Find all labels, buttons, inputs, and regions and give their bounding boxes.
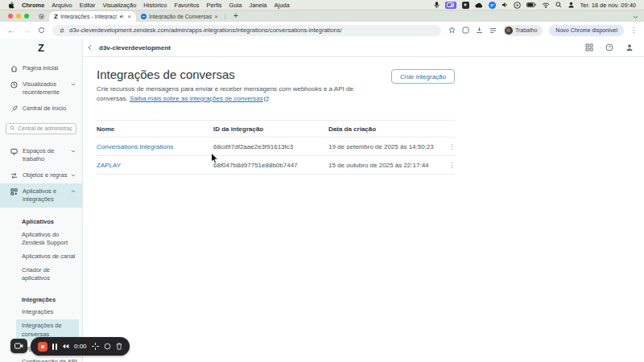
sidebar-item-label: Central de início [23,105,69,113]
chevron-down-icon[interactable] [71,150,76,153]
menu-item-arquivo[interactable]: Arquivo [52,2,72,9]
tab-integracao-conversas[interactable]: Integração de Conversas pa × [136,11,223,22]
integrations-table: Nome ID da integração Data da criação Co… [97,120,455,175]
create-integration-button[interactable]: Criar integração [391,69,455,84]
sidebar-item-espacos-de-trabalho[interactable]: Espaços de trabalho [0,143,82,167]
screenshot-app-icon[interactable] [462,2,469,9]
address-bar[interactable]: d3v-cleverdevelopment.zendesk.com/admin/… [52,25,441,36]
row-menu-kebab-icon[interactable]: ⋮ [444,143,455,150]
recording-time: 0:00 [74,343,87,350]
url-text[interactable]: d3v-cleverdevelopment.zendesk.com/admin/… [69,27,342,34]
menu-item-favoritos[interactable]: Favoritos [175,2,200,9]
menu-item-perfis[interactable]: Perfis [206,2,221,9]
sidebar-item-label: Objetos e regras [23,171,69,179]
pause-recording-button[interactable] [52,343,57,350]
sidebar-item-aplicativos-zendesk-support[interactable]: Aplicativos do Zendesk Support [22,228,79,249]
tab-title: Integrações - Integraçõe [60,14,117,19]
menu-item-janela[interactable]: Janela [249,2,266,9]
sidebar-item-aplicativos-de-canal[interactable]: Aplicativos de canal [22,249,79,263]
menu-item-visualizacao[interactable]: Visualização [102,2,136,9]
learn-more-link[interactable]: Saiba mais sobre as integrações de conve… [130,95,263,102]
new-tab-button[interactable]: + [233,11,238,21]
apple-menu-icon[interactable] [8,2,14,9]
sidebar-item-configuracao-da-api[interactable]: Configuração da API [22,358,77,362]
zendesk-admin-app: Z Página inicial Visualizados recentemen… [0,39,644,362]
restart-recording-icon[interactable] [104,343,111,350]
help-icon[interactable]: ? [605,43,613,51]
sidebar-item-visualizados-recentemente[interactable]: Visualizados recentemente [0,76,82,101]
download-icon[interactable] [476,27,483,34]
chat-app-icon[interactable] [489,2,496,9]
search-input[interactable] [18,125,72,131]
integration-link[interactable]: ZAPLAY [97,162,121,169]
menu-bar-clock[interactable]: Ter. 18 de nov. 09:40 [580,2,637,9]
browser-profile-chip[interactable]: Trabalho [503,25,543,36]
screen-recording-indicator-icon[interactable] [445,2,456,9]
page-content: Integrações de conversas Crie recursos d… [83,57,455,175]
menu-item-chrome[interactable]: Chrome [22,2,44,9]
wifi-icon[interactable] [542,2,550,8]
zendesk-favicon: Z [54,13,58,20]
minimize-window-button[interactable] [16,14,21,19]
recorder-control-bar: 0:00 [31,337,130,356]
page-description: Crie recursos de mensagens para enviar e… [97,84,370,104]
tab-audio-icon[interactable] [119,14,125,19]
sidebar-item-label: Aplicativos e integrações [23,187,69,204]
menu-item-guia[interactable]: Guia [229,2,242,9]
audio-settings-icon[interactable] [502,2,508,8]
home-icon [10,65,18,72]
tab-close-icon[interactable]: × [127,14,131,20]
site-settings-icon[interactable] [59,27,65,34]
table-header-row: Nome ID da integração Data da criação [97,120,455,138]
sidebar-item-criador-de-aplicativos[interactable]: Criador de aplicativos [22,264,79,286]
play-circle-icon[interactable] [514,2,521,9]
stop-recording-button[interactable] [38,342,47,352]
forward-button[interactable]: → [23,27,31,35]
tab-close-icon[interactable]: × [214,14,218,20]
chevron-down-icon[interactable] [71,174,76,177]
crosshair-tool-icon[interactable] [92,343,99,350]
integration-id: 68cd97df2aae2e3f91613fc3 [213,143,328,150]
row-menu-kebab-icon[interactable]: ⋮ [444,162,455,169]
integration-link[interactable]: Conversations Integrations [97,143,173,150]
menu-item-historico[interactable]: Histórico [143,2,167,9]
chevron-up-icon[interactable] [71,190,76,193]
integration-id: 68f047b8d97751e88b0b7447 [213,162,328,169]
collapse-sidebar-icon[interactable] [88,44,92,51]
record-indicator-icon [39,14,44,19]
menu-item-editar[interactable]: Editar [80,2,96,9]
control-center-icon[interactable] [568,2,575,8]
sidebar-item-central-de-inicio[interactable]: Central de início [0,101,82,117]
sidebar-item-integracoes[interactable]: Integrações [22,306,79,319]
sidebar-item-pagina-inicial[interactable]: Página inicial [0,60,82,76]
close-window-button[interactable] [8,14,13,19]
tab-integracoes[interactable]: Z Integrações - Integraçõe × [49,11,136,22]
recorder-camera-button[interactable] [10,339,27,353]
chevron-down-icon[interactable] [71,83,76,86]
delete-recording-icon[interactable] [116,343,122,350]
microphone-icon[interactable] [434,2,440,9]
external-link-icon [264,97,269,101]
objects-rules-icon [10,172,18,179]
cloud-icon[interactable] [475,2,483,8]
zoom-window-button[interactable] [24,14,29,19]
browser-menu-kebab-icon[interactable]: ⋮ [630,27,637,34]
sidebar-item-aplicativos-e-integracoes[interactable]: Aplicativos e integrações [0,183,82,208]
rewind-button[interactable] [62,343,69,349]
chrome-update-pill[interactable]: Novo Chrome disponível [549,25,624,36]
extensions-icon[interactable] [462,27,469,34]
bookmark-star-icon[interactable] [448,27,456,34]
tab-search-chevron-icon[interactable] [633,15,638,19]
svg-text:?: ? [608,45,611,50]
reload-button[interactable] [38,27,45,34]
spotlight-search-icon[interactable] [555,2,562,8]
back-button[interactable]: ← [7,27,15,35]
user-profile-icon[interactable] [625,43,634,51]
integration-created: 15 de outubro de 2025 às 22:17:44 [328,162,444,169]
reading-list-icon[interactable] [489,27,497,34]
sidebar-item-objetos-e-regras[interactable]: Objetos e regras [0,167,82,183]
group-header: Aplicativos [22,218,79,225]
menu-item-ajuda[interactable]: Ajuda [275,2,290,9]
admin-search-box[interactable] [6,123,76,134]
products-grid-icon[interactable] [585,43,593,51]
